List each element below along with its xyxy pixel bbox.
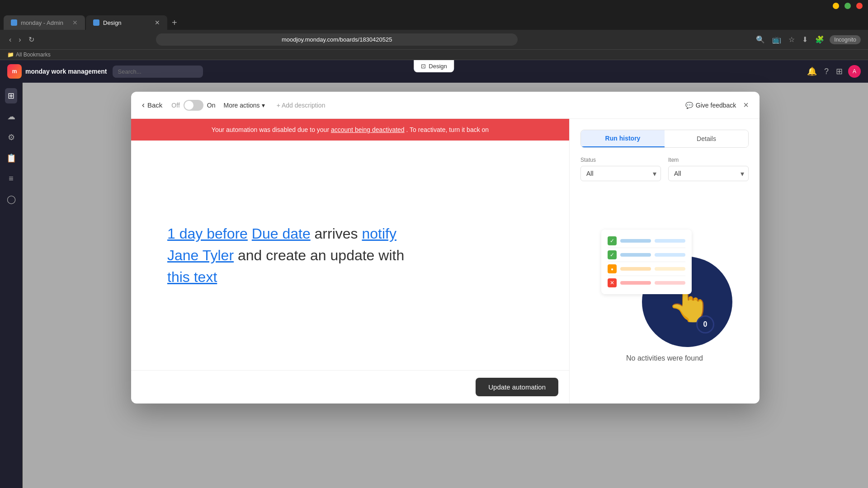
app-logo: m monday work management <box>7 64 107 79</box>
panel-tabs: Run history Details <box>580 130 749 148</box>
automation-part-4[interactable]: notify <box>362 225 396 242</box>
list-bar-1 <box>620 239 651 243</box>
design-tab-text: Design <box>429 63 447 70</box>
give-feedback-label: Give feedback <box>696 102 736 109</box>
automation-part-7[interactable]: this text <box>167 269 217 285</box>
status-label: Status <box>580 157 661 163</box>
forward-nav-button[interactable]: › <box>17 34 23 46</box>
check-green-icon-2: ✓ <box>608 250 617 259</box>
automation-part-5[interactable]: Jane Tyler <box>167 247 234 263</box>
sidebar-cloud-icon[interactable]: ☁ <box>5 109 18 124</box>
list-bar-4 <box>655 253 685 257</box>
list-bar-7 <box>620 281 651 285</box>
list-bar-8 <box>655 281 685 285</box>
sidebar-settings-icon[interactable]: ⚙ <box>5 130 18 145</box>
alert-suffix: . To reactivate, turn it back on <box>406 126 489 133</box>
left-sidebar: ⊞ ☁ ⚙ 📋 ≡ ◯ <box>0 83 23 488</box>
search-browser-icon[interactable]: 🔍 <box>754 33 767 46</box>
modal-overlay: ‹ Back Off On More actions ▾ + <box>23 83 868 488</box>
url-input[interactable] <box>156 33 518 46</box>
check-red-icon: ✕ <box>608 278 617 287</box>
browser-actions: 🔍 📺 ☆ ⬇ 🧩 Incognito <box>754 33 861 46</box>
logo-icon: m <box>7 64 22 79</box>
close-window-button[interactable] <box>856 3 863 9</box>
extensions-icon[interactable]: 🧩 <box>813 33 826 46</box>
automation-content: 1 day before Due date arrives notify Jan… <box>131 141 569 370</box>
list-bar-5 <box>620 267 651 271</box>
star-icon-2: ✦ <box>726 275 730 280</box>
toggle-container: Off On <box>171 100 215 111</box>
automation-part-6: and create an update with <box>238 247 404 263</box>
star-icon-1: ✦ <box>722 261 728 270</box>
back-button[interactable]: ‹ Back <box>142 100 162 110</box>
bookmarks-label: All Bookmarks <box>16 52 51 58</box>
apps-icon[interactable]: ⊞ <box>834 65 844 78</box>
automation-part-3: arrives <box>315 225 358 242</box>
list-row-1: ✓ <box>608 234 685 248</box>
sidebar-board-icon[interactable]: 📋 <box>4 150 19 166</box>
left-panel: Your automation was disabled due to your… <box>131 119 570 404</box>
automation-part-1[interactable]: 1 day before <box>167 225 248 242</box>
tab-admin[interactable]: monday - Admin ✕ <box>4 15 85 30</box>
alert-link[interactable]: account being deactivated <box>331 126 405 133</box>
empty-state: ✓ ✓ <box>580 190 749 393</box>
tab-design[interactable]: Design ✕ <box>86 15 167 30</box>
bookmark-icon[interactable]: ☆ <box>787 33 797 46</box>
reload-button[interactable]: ↻ <box>27 33 36 46</box>
cast-icon[interactable]: 📺 <box>770 33 783 46</box>
alert-message: Your automation was disabled due to your <box>212 126 329 133</box>
zero-badge: 0 <box>696 315 714 333</box>
main-content: ‹ Back Off On More actions ▾ + <box>23 83 868 488</box>
download-icon[interactable]: ⬇ <box>800 33 810 46</box>
app-title: monday work management <box>25 68 107 75</box>
more-actions-button[interactable]: More actions ▾ <box>219 99 269 112</box>
incognito-badge: Incognito <box>830 35 861 44</box>
update-automation-button[interactable]: Update automation <box>476 378 558 396</box>
tab-admin-icon <box>11 19 17 26</box>
item-filter-group: Item All <box>668 157 749 181</box>
alert-banner: Your automation was disabled due to your… <box>131 119 569 141</box>
automation-text: 1 day before Due date arrives notify Jan… <box>167 223 404 288</box>
back-arrow-icon: ‹ <box>142 100 145 110</box>
address-bar: ‹ › ↻ 🔍 📺 ☆ ⬇ 🧩 Incognito <box>0 30 868 50</box>
automation-part-2[interactable]: Due date <box>252 225 311 242</box>
sidebar-list-icon[interactable]: ≡ <box>6 171 16 186</box>
close-modal-button[interactable]: × <box>743 100 749 110</box>
toggle-on-label: On <box>207 102 216 109</box>
bookmarks-bar: 📁 All Bookmarks <box>0 50 868 60</box>
give-feedback-button[interactable]: 💬 Give feedback <box>685 102 736 109</box>
star-icon-3: ✦ <box>651 332 656 338</box>
more-actions-label: More actions <box>223 102 259 109</box>
sidebar-home-icon[interactable]: ⊞ <box>5 88 17 103</box>
help-icon[interactable]: ? <box>822 65 830 78</box>
maximize-button[interactable] <box>844 3 851 9</box>
tab-run-history[interactable]: Run history <box>581 130 665 147</box>
check-orange-icon: ● <box>608 264 617 273</box>
app-wrapper: m monday work management 🔔 ? ⊞ A ⊡ Desig… <box>0 60 868 488</box>
toggle-knob <box>184 101 193 110</box>
tab-design-icon <box>93 19 99 26</box>
item-label: Item <box>668 157 749 163</box>
bookmarks-folder-icon: 📁 <box>7 52 14 58</box>
automation-modal: ‹ Back Off On More actions ▾ + <box>131 92 760 404</box>
minimize-button[interactable] <box>833 3 839 9</box>
new-tab-button[interactable]: + <box>168 16 181 30</box>
chevron-down-icon: ▾ <box>262 102 265 109</box>
add-description-button[interactable]: + Add description <box>277 102 326 109</box>
item-select[interactable]: All <box>668 166 749 181</box>
status-select[interactable]: All <box>580 166 661 181</box>
notification-icon[interactable]: 🔔 <box>805 65 819 78</box>
design-tab-floating: ⊡ Design <box>414 60 454 72</box>
tab-details[interactable]: Details <box>665 130 748 147</box>
tab-design-close[interactable]: ✕ <box>155 19 160 26</box>
sidebar-circle-icon[interactable]: ◯ <box>4 192 19 207</box>
avatar-icon[interactable]: A <box>848 65 861 78</box>
back-label: Back <box>147 101 162 109</box>
app-search-input[interactable] <box>113 66 203 78</box>
list-row-2: ✓ <box>608 248 685 262</box>
status-select-wrapper: All <box>580 166 661 181</box>
back-nav-button[interactable]: ‹ <box>7 34 13 46</box>
toggle-switch[interactable] <box>184 100 203 111</box>
tab-admin-close[interactable]: ✕ <box>72 19 78 26</box>
right-panel: Run history Details Status All <box>570 119 760 404</box>
